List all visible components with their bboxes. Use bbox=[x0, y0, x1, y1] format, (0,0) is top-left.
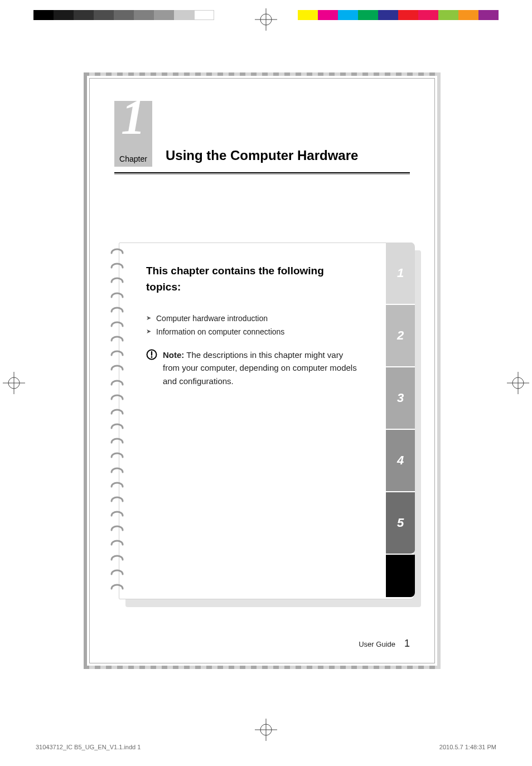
topics-list: Computer hardware introduction Informati… bbox=[146, 314, 358, 336]
chapter-number: 1 bbox=[121, 98, 146, 137]
list-item: Computer hardware introduction bbox=[146, 314, 358, 323]
imposition-footer: 31043712_IC B5_UG_EN_V1.1.indd 1 2010.5.… bbox=[36, 744, 496, 750]
tab-spacer bbox=[386, 555, 415, 597]
svg-point-14 bbox=[151, 356, 153, 358]
swatch bbox=[418, 10, 438, 20]
page-body: 1 Chapter Using the Computer Hardware bbox=[89, 78, 435, 663]
swatch bbox=[114, 10, 134, 20]
tab: 1 bbox=[386, 243, 415, 305]
swatch bbox=[154, 10, 174, 20]
note-label: Note: bbox=[163, 350, 184, 360]
page-frame: 1 Chapter Using the Computer Hardware bbox=[84, 72, 441, 669]
list-item: Information on computer connections bbox=[146, 327, 358, 336]
note-callout: Note: The descriptions in this chapter m… bbox=[146, 348, 358, 387]
notebook-heading: This chapter contains the following topi… bbox=[146, 263, 358, 295]
source-file-label: 31043712_IC B5_UG_EN_V1.1.indd 1 bbox=[36, 744, 141, 750]
swatch bbox=[458, 10, 478, 20]
header-rule bbox=[114, 172, 410, 174]
tab: 4 bbox=[386, 430, 415, 492]
swatch bbox=[33, 10, 54, 20]
page-number: 1 bbox=[404, 638, 410, 649]
chapter-label: Chapter bbox=[119, 154, 147, 163]
timestamp-label: 2010.5.7 1:48:31 PM bbox=[439, 744, 496, 750]
section-tabs: 1 2 3 4 5 bbox=[386, 243, 415, 597]
page-footer: User Guide 1 bbox=[359, 638, 410, 649]
spiral-binding-icon bbox=[108, 248, 127, 594]
notebook-panel: This chapter contains the following topi… bbox=[119, 243, 414, 599]
registration-mark-icon bbox=[3, 372, 25, 394]
swatch bbox=[318, 10, 338, 20]
tab: 3 bbox=[386, 367, 415, 430]
swatch bbox=[74, 10, 94, 20]
swatch bbox=[298, 10, 318, 20]
swatch bbox=[478, 10, 499, 20]
color-swatches bbox=[298, 10, 499, 20]
book-title: User Guide bbox=[359, 640, 395, 648]
swatch bbox=[398, 10, 418, 20]
tab: 5 bbox=[386, 492, 415, 555]
chapter-header: 1 Chapter Using the Computer Hardware bbox=[114, 101, 410, 167]
swatch bbox=[54, 10, 74, 20]
swatch bbox=[378, 10, 398, 20]
swatch bbox=[358, 10, 378, 20]
chapter-title: Using the Computer Hardware bbox=[166, 148, 410, 167]
registration-mark-icon bbox=[255, 8, 277, 31]
chapter-number-block: 1 Chapter bbox=[114, 101, 152, 167]
swatch bbox=[134, 10, 154, 20]
swatch bbox=[94, 10, 114, 20]
grayscale-swatches bbox=[33, 10, 214, 20]
swatch bbox=[338, 10, 358, 20]
notebook-page: This chapter contains the following topi… bbox=[119, 243, 414, 599]
note-text: Note: The descriptions in this chapter m… bbox=[163, 348, 358, 387]
swatch bbox=[194, 10, 214, 20]
swatch bbox=[438, 10, 458, 20]
alert-icon bbox=[146, 349, 157, 360]
tab: 2 bbox=[386, 305, 415, 367]
registration-mark-icon bbox=[507, 372, 529, 394]
note-body: The descriptions in this chapter might v… bbox=[163, 350, 357, 386]
registration-mark-icon bbox=[255, 719, 277, 741]
swatch bbox=[174, 10, 194, 20]
